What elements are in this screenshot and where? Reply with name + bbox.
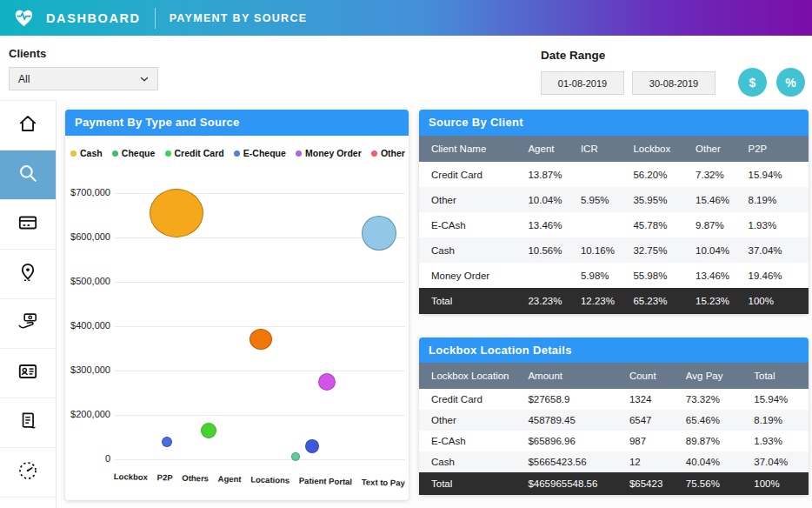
bubble-blue-p2p[interactable] [162, 437, 172, 447]
column-header: Other [696, 144, 748, 154]
y-axis-tick-label: 0 [65, 453, 110, 464]
sidebar-item-home[interactable] [0, 101, 56, 150]
legend-item-e-cheque[interactable]: E-Cheque [234, 148, 286, 158]
column-header: Client Name [419, 144, 528, 154]
table-cell: 1324 [629, 394, 686, 404]
table-cell: Other [419, 415, 528, 425]
date-range-label: Date Range [541, 49, 605, 62]
table-cell: Other [419, 195, 528, 205]
sidebar-item-search[interactable] [0, 150, 56, 200]
sidebar-item-payouts[interactable] [0, 299, 56, 349]
total-cell: 100% [754, 478, 809, 489]
currency-toggle-button[interactable]: $ [738, 68, 767, 97]
table-cell: 10.04% [696, 245, 748, 256]
report-icon [17, 410, 39, 436]
table-cell: 65.46% [686, 415, 754, 425]
legend-label: Cash [80, 148, 103, 158]
x-axis-labels: LockboxP2POthersAgentLocationsPatient Po… [114, 471, 405, 488]
table-body: Credit Card$27658.9132473.32%15.94%Other… [419, 389, 809, 472]
clients-dropdown[interactable]: All [9, 67, 158, 90]
sidebar-item-reports[interactable] [0, 398, 56, 448]
total-cell: 65.23% [633, 296, 696, 306]
legend-dot [296, 150, 302, 157]
table-title: Lockbox Location Details [419, 338, 809, 363]
gridline [115, 371, 405, 371]
sidebar-item-performance[interactable] [0, 448, 56, 498]
column-header: Amount [528, 371, 629, 381]
table-cell: Credit Card [419, 170, 528, 180]
table-cell: 9.87% [696, 220, 748, 231]
money-hand-icon [17, 311, 39, 337]
table-cell: $5665423.56 [528, 457, 629, 467]
table-cell: 10.04% [528, 195, 580, 205]
total-cell: 23.23% [528, 296, 580, 306]
sidebar-item-payments[interactable] [0, 200, 56, 250]
table-header-row: Lockbox LocationAmountCountAvg PayTotal [419, 363, 809, 389]
search-icon [17, 162, 39, 188]
bubble-sky-blue-text-to-pay[interactable] [362, 216, 396, 251]
date-to-input[interactable] [632, 71, 715, 95]
table-cell: 12 [629, 457, 686, 467]
sidebar-item-locations[interactable] [0, 250, 56, 299]
legend-dot [70, 150, 77, 157]
credit-card-icon [17, 211, 39, 237]
table-cell: 13.46% [696, 271, 748, 281]
bubble-blue-patient-portal[interactable] [305, 439, 319, 453]
filter-bar: Clients All Date Range $ % [0, 36, 812, 100]
table-row: E-CAsh13.46%45.78%9.87%1.93% [419, 212, 809, 237]
y-axis-tick-label: $600,000 [65, 231, 110, 242]
gauge-icon [17, 459, 39, 485]
bubble-green-agent[interactable] [201, 423, 216, 438]
total-cell: Total [419, 478, 528, 489]
table-header-row: Client NameAgentICRLockboxOtherP2P [419, 136, 809, 162]
gridline [115, 415, 405, 416]
table-cell: 13.87% [528, 170, 580, 180]
bubble-orange-locations[interactable] [250, 329, 272, 350]
location-pin-icon [17, 261, 39, 287]
table-cell: 1.93% [749, 220, 809, 231]
legend-item-cash[interactable]: Cash [70, 148, 103, 158]
legend-dot [112, 150, 118, 157]
legend-item-money-order[interactable]: Money Order [296, 148, 362, 158]
top-header: DASHBOARD PAYMENT BY SOURCE [0, 0, 812, 36]
total-cell: $465965548.56 [528, 478, 629, 489]
total-cell: Total [419, 296, 528, 306]
table-cell: 5.98% [581, 271, 633, 281]
table-row: Other10.04%5.95%35.95%15.46%8.19% [419, 187, 809, 212]
source-by-client-table: Source By Client Client NameAgentICRLock… [419, 110, 809, 314]
y-axis-tick-label: $500,000 [65, 276, 110, 286]
page-title: PAYMENT BY SOURCE [170, 12, 308, 24]
percent-toggle-button[interactable]: % [776, 68, 805, 97]
table-cell: 73.32% [686, 394, 754, 404]
legend-item-credit-card[interactable]: Credit Card [165, 148, 224, 158]
table-cell: 987 [629, 436, 686, 446]
table-cell: 37.04% [749, 245, 809, 256]
column-header: Lockbox [633, 144, 696, 154]
x-axis-tick-label: Text to Pay [362, 477, 405, 487]
legend-label: Credit Card [175, 148, 224, 158]
table-cell: Cash [419, 457, 528, 467]
table-cell: 10.16% [581, 245, 633, 256]
table-cell: 40.04% [686, 457, 754, 467]
legend-item-cheque[interactable]: Cheque [112, 148, 156, 158]
column-header: ICR [581, 144, 633, 154]
column-header: Agent [528, 144, 580, 154]
x-axis-tick-label: Others [182, 473, 209, 484]
date-from-input[interactable] [541, 71, 624, 95]
legend-dot [165, 150, 171, 157]
bubble-yellow-others[interactable] [150, 189, 203, 237]
heart-pulse-icon [12, 6, 36, 30]
legend-item-other[interactable]: Other [371, 148, 405, 158]
y-axis-tick-label: $300,000 [65, 364, 110, 375]
table-cell: 6547 [629, 415, 686, 425]
gridline [115, 282, 405, 283]
table-row: Money Order5.98%55.98%13.46%19.46% [419, 263, 809, 288]
table-row: Credit Card13.87%56.20%7.32%15.94% [419, 162, 809, 187]
x-axis-tick-label: Agent [218, 474, 242, 485]
table-title: Source By Client [419, 110, 809, 136]
total-row: Total$465965548.56$6542375.56%100% [419, 472, 809, 495]
legend-dot [234, 150, 240, 157]
sidebar-item-contacts[interactable] [0, 349, 56, 398]
payment-dashboard: DASHBOARD PAYMENT BY SOURCE Clients All … [0, 0, 812, 508]
bubble-magenta-patient-portal[interactable] [318, 373, 336, 391]
